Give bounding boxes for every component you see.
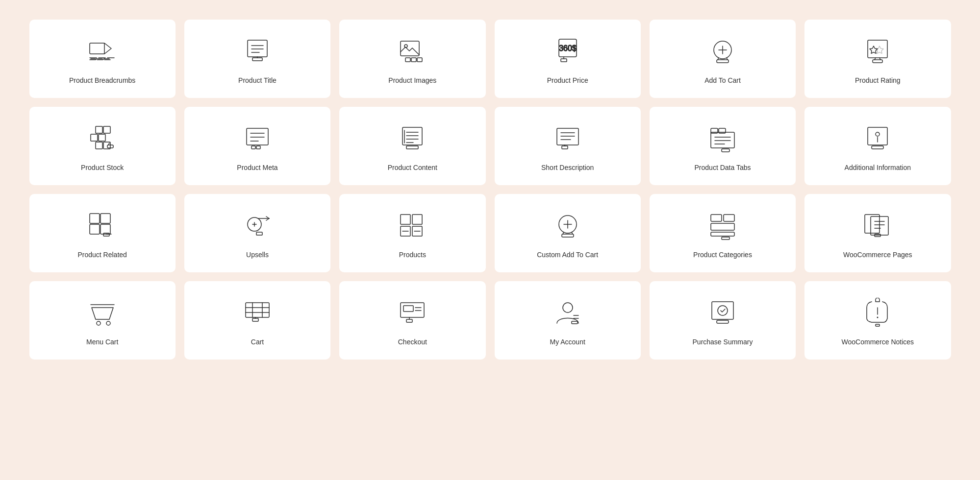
card-product-categories[interactable]: Product Categories (650, 194, 796, 272)
svg-rect-23 (717, 60, 729, 63)
card-woocommerce-pages[interactable]: WooCommerce Pages (804, 194, 951, 272)
svg-rect-69 (90, 224, 100, 234)
card-product-stock[interactable]: Product Stock (29, 107, 176, 185)
product-data-tabs-label: Product Data Tabs (695, 163, 751, 173)
additional-information-icon (860, 122, 895, 156)
svg-rect-98 (865, 215, 879, 233)
my-account-label: My Account (550, 337, 585, 347)
svg-rect-72 (103, 233, 109, 236)
product-meta-icon (240, 122, 275, 156)
card-custom-add-to-cart[interactable]: Custom Add To Cart (495, 194, 641, 272)
product-images-label: Product Images (388, 76, 436, 86)
card-purchase-summary[interactable]: Purchase Summary (650, 281, 796, 360)
svg-rect-82 (412, 215, 422, 224)
svg-rect-129 (876, 324, 879, 326)
svg-rect-71 (101, 224, 110, 234)
cart-label: Cart (251, 337, 264, 347)
svg-rect-123 (572, 321, 578, 324)
card-product-related[interactable]: Product Related (29, 194, 176, 272)
svg-rect-51 (557, 128, 578, 145)
checkout-icon (395, 296, 429, 331)
product-related-icon (85, 209, 120, 243)
products-icon (395, 209, 429, 243)
svg-rect-81 (401, 215, 410, 224)
card-product-rating[interactable]: Product Rating (804, 20, 951, 98)
card-checkout[interactable]: Checkout (339, 281, 485, 360)
short-description-icon (551, 122, 585, 156)
svg-point-120 (563, 303, 573, 312)
svg-rect-93 (711, 215, 722, 221)
svg-rect-55 (562, 146, 568, 149)
svg-rect-96 (711, 232, 734, 236)
card-menu-cart[interactable]: Menu Cart (29, 281, 176, 360)
svg-rect-34 (96, 142, 102, 149)
card-woocommerce-notices[interactable]: WooCommerce Notices (804, 281, 951, 360)
products-label: Products (399, 250, 426, 260)
svg-rect-31 (103, 126, 110, 133)
card-products[interactable]: Products (339, 194, 485, 272)
card-my-account[interactable]: My Account (495, 281, 641, 360)
custom-add-to-cart-label: Custom Add To Cart (537, 250, 598, 260)
svg-rect-38 (247, 128, 268, 145)
svg-rect-118 (406, 319, 412, 322)
svg-point-125 (718, 306, 728, 315)
svg-rect-11 (401, 41, 419, 56)
svg-point-128 (877, 317, 879, 318)
card-add-to-cart[interactable]: Add To Cart (650, 20, 796, 98)
svg-point-106 (106, 321, 110, 325)
product-stock-icon (85, 122, 120, 156)
widget-grid: Product BreadcrumbsProduct TitleProduct … (29, 20, 951, 360)
card-additional-information[interactable]: Additional Information (804, 107, 951, 185)
svg-rect-30 (96, 126, 102, 133)
product-related-label: Product Related (77, 250, 126, 260)
svg-rect-95 (711, 223, 734, 230)
product-breadcrumbs-label: Product Breadcrumbs (69, 76, 135, 86)
short-description-label: Short Description (541, 163, 594, 173)
card-product-data-tabs[interactable]: Product Data Tabs (650, 107, 796, 185)
product-price-icon: 360$ (551, 35, 585, 69)
svg-point-105 (97, 321, 101, 325)
product-title-icon (240, 35, 275, 69)
svg-rect-14 (411, 58, 416, 62)
card-product-title[interactable]: Product Title (184, 20, 330, 98)
svg-rect-50 (406, 146, 418, 149)
product-title-label: Product Title (238, 76, 276, 86)
product-stock-label: Product Stock (81, 163, 124, 173)
card-product-content[interactable]: Product Content (339, 107, 485, 185)
svg-rect-112 (252, 318, 258, 321)
product-images-icon (395, 35, 429, 69)
svg-rect-114 (401, 303, 424, 317)
svg-rect-18 (561, 59, 567, 62)
svg-rect-94 (724, 215, 734, 221)
svg-rect-27 (873, 60, 882, 63)
upsells-label: Upsells (246, 250, 269, 260)
product-categories-label: Product Categories (693, 250, 752, 260)
my-account-icon (551, 296, 585, 331)
custom-add-to-cart-icon (551, 209, 585, 243)
product-price-label: Product Price (547, 76, 588, 86)
card-product-price[interactable]: 360$Product Price (495, 20, 641, 98)
svg-rect-33 (99, 134, 105, 141)
card-product-images[interactable]: Product Images (339, 20, 485, 98)
card-short-description[interactable]: Short Description (495, 107, 641, 185)
woocommerce-pages-icon (860, 209, 895, 243)
svg-rect-0 (90, 43, 104, 54)
menu-cart-label: Menu Cart (86, 337, 118, 347)
card-cart[interactable]: Cart (184, 281, 330, 360)
product-meta-label: Product Meta (237, 163, 277, 173)
add-to-cart-icon (705, 35, 740, 69)
card-product-breadcrumbs[interactable]: Product Breadcrumbs (29, 20, 176, 98)
woocommerce-pages-label: WooCommerce Pages (843, 250, 912, 260)
svg-rect-63 (722, 149, 729, 152)
product-breadcrumbs-icon (85, 35, 120, 69)
card-product-meta[interactable]: Product Meta (184, 107, 330, 185)
additional-information-label: Additional Information (845, 163, 911, 173)
card-upsells[interactable]: Upsells (184, 194, 330, 272)
svg-rect-97 (722, 237, 729, 240)
product-content-icon (395, 122, 429, 156)
product-content-label: Product Content (388, 163, 437, 173)
svg-rect-67 (872, 146, 883, 149)
cart-icon (240, 296, 275, 331)
svg-rect-70 (101, 214, 110, 223)
add-to-cart-label: Add To Cart (704, 76, 741, 86)
